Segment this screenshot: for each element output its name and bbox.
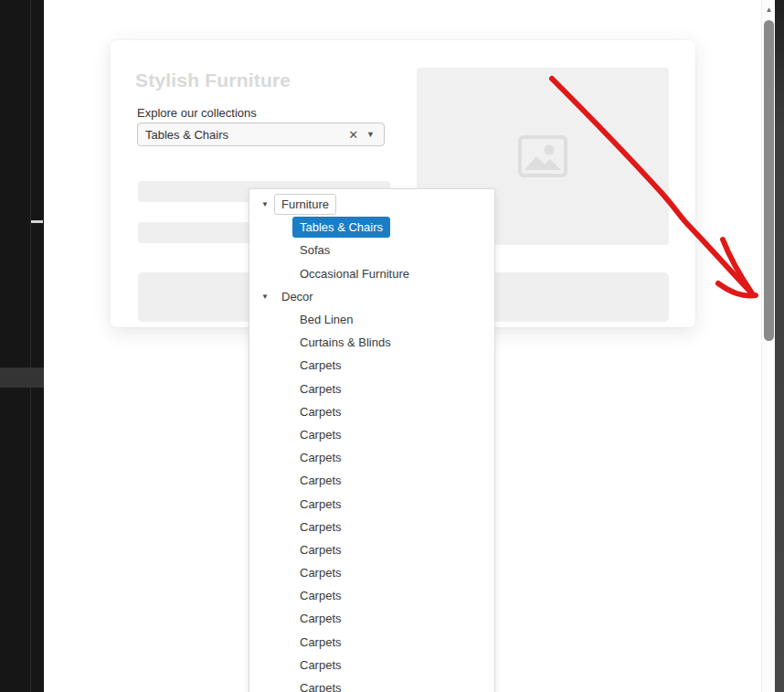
collections-combobox[interactable]: Tables & Chairs ✕ ▼ bbox=[137, 122, 385, 146]
collections-label: Explore our collections bbox=[137, 106, 257, 120]
tree-item-label: Carpets bbox=[292, 585, 349, 606]
tree-item[interactable]: Carpets bbox=[249, 631, 494, 654]
tree-item-label: Sofas bbox=[292, 240, 337, 261]
tree-item[interactable]: Carpets bbox=[249, 654, 494, 676]
chevron-expanded-icon[interactable]: ▼ bbox=[260, 293, 270, 301]
tree-item[interactable]: Carpets bbox=[249, 354, 494, 377]
tree-item[interactable]: Occasional Furniture bbox=[249, 262, 494, 285]
tree-item[interactable]: Sofas bbox=[249, 239, 494, 261]
tree-item[interactable]: Carpets bbox=[249, 676, 494, 692]
tree-item-label: Bed Linen bbox=[292, 309, 361, 330]
tree-item[interactable]: ▼ Furniture bbox=[249, 193, 494, 216]
collections-dropdown: ▼ Furniture Tables & Chairs Sofas Occasi… bbox=[249, 188, 495, 692]
right-edge-strip bbox=[775, 0, 784, 692]
combobox-value: Tables & Chairs bbox=[145, 128, 344, 142]
tree-item-label: Carpets bbox=[292, 447, 349, 468]
tree-item-label: Carpets bbox=[292, 470, 349, 491]
tree-item-label: Carpets bbox=[292, 677, 349, 692]
tree-item-label: Carpets bbox=[292, 355, 349, 376]
tree-item-label: Carpets bbox=[292, 401, 349, 422]
sidebar-divider bbox=[30, 0, 31, 692]
tree-item[interactable]: Carpets bbox=[249, 469, 494, 492]
tree-item[interactable]: Carpets bbox=[249, 516, 494, 538]
tree-item[interactable]: Carpets bbox=[249, 607, 494, 630]
tree-item[interactable]: Carpets bbox=[249, 492, 494, 515]
furniture-modal-card: Stylish Furniture Explore our collection… bbox=[111, 40, 695, 327]
tree-item-label: Carpets bbox=[292, 424, 349, 445]
main-content: Stylish Furniture Explore our collection… bbox=[44, 0, 761, 692]
tree-item[interactable]: Carpets bbox=[249, 561, 494, 584]
tree-item[interactable]: Bed Linen bbox=[249, 308, 494, 331]
app-sidebar bbox=[0, 0, 44, 692]
tree-item-label: Carpets bbox=[292, 494, 349, 515]
tree-item-label: Tables & Chairs bbox=[292, 217, 390, 238]
page-title: Stylish Furniture bbox=[135, 69, 291, 91]
tree-item[interactable]: Carpets bbox=[249, 423, 494, 446]
tree-item[interactable]: Carpets bbox=[249, 400, 494, 423]
clear-icon[interactable]: ✕ bbox=[344, 128, 366, 142]
tree-item[interactable]: Carpets bbox=[249, 584, 494, 607]
tree-item[interactable]: Tables & Chairs bbox=[249, 216, 494, 239]
scrollbar-thumb[interactable] bbox=[764, 20, 774, 341]
tree-item[interactable]: Curtains & Blinds bbox=[249, 331, 494, 354]
tree-item[interactable]: Carpets bbox=[249, 378, 494, 400]
scroll-up-icon[interactable]: ▲ bbox=[762, 5, 776, 16]
tree-item[interactable]: Carpets bbox=[249, 538, 494, 561]
tree-item-label: Carpets bbox=[292, 655, 349, 676]
tree-item-label: Curtains & Blinds bbox=[292, 332, 398, 353]
tree-item[interactable]: Carpets bbox=[249, 446, 494, 469]
vertical-scrollbar[interactable]: ▲ bbox=[761, 0, 775, 692]
chevron-expanded-icon[interactable]: ▼ bbox=[260, 200, 270, 208]
tree-item-label: Carpets bbox=[292, 608, 349, 629]
tree-item[interactable]: ▼ Decor bbox=[249, 285, 494, 308]
chevron-down-icon[interactable]: ▼ bbox=[366, 130, 376, 139]
tree-item-label: Carpets bbox=[292, 632, 349, 653]
tree-item-label: Carpets bbox=[292, 378, 349, 399]
tree-item-label: Carpets bbox=[292, 562, 349, 583]
tree-item-label: Carpets bbox=[292, 516, 349, 538]
tree-item-label: Decor bbox=[274, 286, 321, 307]
collections-tree: ▼ Furniture Tables & Chairs Sofas Occasi… bbox=[249, 193, 494, 692]
image-placeholder-icon bbox=[517, 134, 568, 178]
tree-item-label: Occasional Furniture bbox=[292, 263, 417, 284]
sidebar-highlight-block bbox=[0, 367, 44, 388]
tree-item-label: Furniture bbox=[274, 194, 336, 215]
sidebar-scroll-indicator bbox=[31, 220, 43, 223]
tree-item-label: Carpets bbox=[292, 539, 349, 560]
